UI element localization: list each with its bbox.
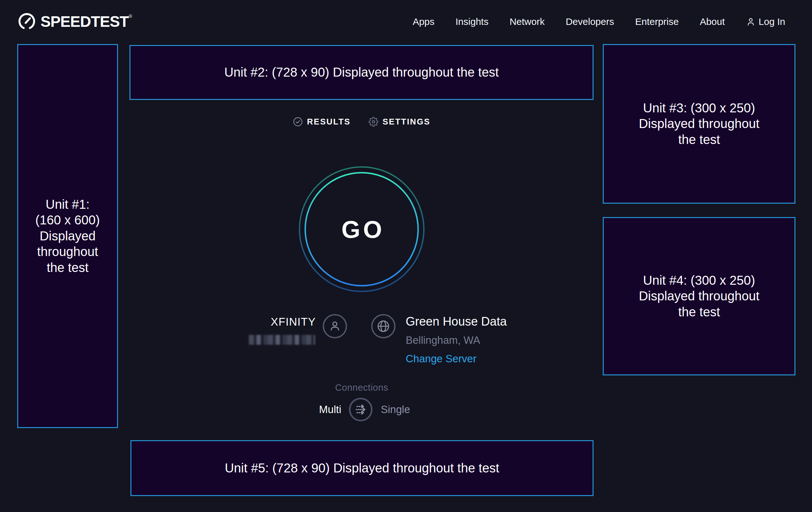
multi-arrows-icon [352,401,369,418]
ad-unit-2-text: Unit #2: (728 x 90) Displayed throughout… [224,64,499,80]
tab-results-label: RESULTS [307,117,351,127]
check-circle-icon [293,117,303,127]
tab-results[interactable]: RESULTS [293,117,351,127]
ad-unit-3[interactable]: Unit #3: (300 x 250) Displayed throughou… [603,44,795,204]
tab-settings[interactable]: SETTINGS [368,117,430,127]
nav-item-insights[interactable]: Insights [456,16,488,27]
tab-settings-label: SETTINGS [382,117,430,127]
ad-unit-5[interactable]: Unit #5: (728 x 90) Displayed throughout… [130,440,593,496]
user-circle-icon [323,314,347,339]
globe-icon [371,314,396,339]
nav-item-network[interactable]: Network [510,16,545,27]
connection-mode-multi[interactable]: Multi [287,403,341,415]
server-name: Green House Data [406,315,507,328]
nav-item-about[interactable]: About [700,16,725,27]
logo-trademark: ® [128,14,132,19]
server-location: Bellingham, WA [406,334,507,346]
nav-item-developers[interactable]: Developers [566,16,614,27]
login-button[interactable]: Log In [746,16,785,27]
nav-item-enterprise[interactable]: Enterprise [635,16,679,27]
logo-wordmark: SPEEDTEST® [40,13,132,30]
server-info: Green House Data Bellingham, WA Change S… [406,315,507,365]
connections-label: Connections [335,382,388,393]
speedtest-gauge-icon [18,12,36,31]
top-nav: Apps Insights Network Developers Enterpr… [413,9,785,34]
nav-item-apps[interactable]: Apps [413,16,434,27]
connection-mode-toggle[interactable] [349,398,373,421]
speedtest-logo[interactable]: SPEEDTEST® [18,12,132,31]
go-label: GO [298,165,426,293]
ad-unit-5-text: Unit #5: (728 x 90) Displayed throughout… [225,460,499,476]
ad-unit-1[interactable]: Unit #1: (160 x 600) Displayed throughou… [17,44,118,428]
ad-unit-3-text: Unit #3: (300 x 250) Displayed throughou… [639,100,759,148]
change-server-link[interactable]: Change Server [406,353,507,365]
login-label: Log In [759,16,785,27]
connection-mode-single[interactable]: Single [381,403,410,415]
person-icon [746,17,756,26]
gear-icon [368,117,378,127]
view-tabs: RESULTS SETTINGS [293,117,431,127]
go-button[interactable]: GO [298,165,426,293]
ad-unit-4-text: Unit #4: (300 x 250) Displayed throughou… [639,273,759,320]
ad-unit-2[interactable]: Unit #2: (728 x 90) Displayed throughout… [129,45,593,100]
isp-ip-redacted [249,335,315,345]
isp-name[interactable]: XFINITY [223,315,316,328]
speedtest-page: SPEEDTEST® Apps Insights Network Develop… [0,0,812,512]
ad-unit-1-text: Unit #1: (160 x 600) Displayed throughou… [35,197,100,276]
ad-unit-4[interactable]: Unit #4: (300 x 250) Displayed throughou… [603,217,795,375]
